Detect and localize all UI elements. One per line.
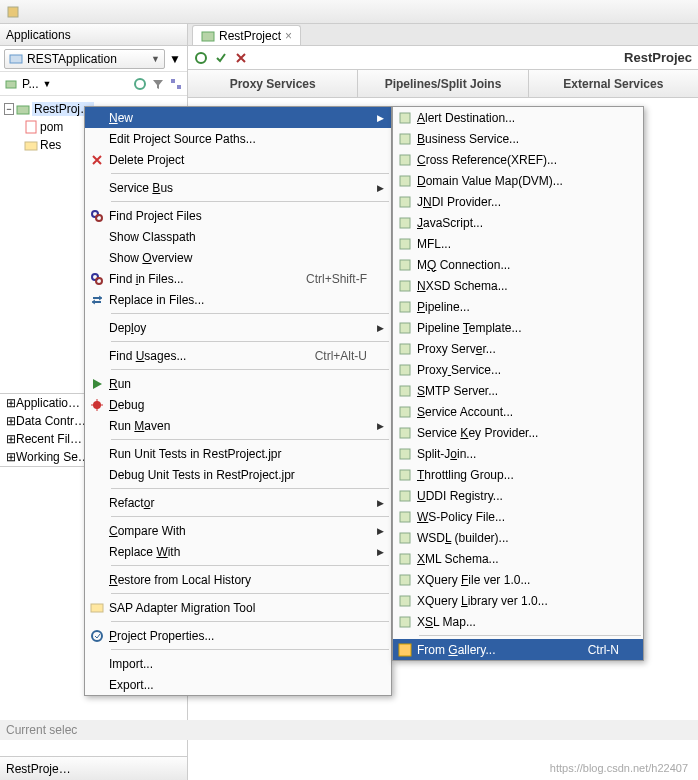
menu-item[interactable]: Proxy Server... bbox=[393, 338, 643, 359]
menu-item[interactable]: Edit Project Source Paths... bbox=[85, 128, 391, 149]
menu-item[interactable]: UDDI Registry... bbox=[393, 485, 643, 506]
svg-point-17 bbox=[92, 631, 102, 641]
svg-rect-5 bbox=[177, 85, 181, 89]
delete-icon[interactable] bbox=[234, 51, 248, 65]
menu-item[interactable]: XQuery Library ver 1.0... bbox=[393, 590, 643, 611]
filter-icon[interactable] bbox=[151, 77, 165, 91]
menu-item[interactable]: Replace in Files... bbox=[85, 289, 391, 310]
menu-item[interactable]: Deploy▶ bbox=[85, 317, 391, 338]
menu-item-label: Project Properties... bbox=[109, 629, 377, 643]
tab-proxy-services[interactable]: Proxy Services bbox=[188, 70, 358, 97]
menu-item[interactable]: XSL Map... bbox=[393, 611, 643, 632]
menu-item[interactable]: Pipeline Template... bbox=[393, 317, 643, 338]
refresh-icon[interactable] bbox=[133, 77, 147, 91]
menu-item-label: Debug bbox=[109, 398, 377, 412]
project-icon[interactable] bbox=[4, 77, 18, 91]
svg-point-14 bbox=[96, 278, 102, 284]
menu-item[interactable]: Split-Join... bbox=[393, 443, 643, 464]
menu-item[interactable]: Delete Project bbox=[85, 149, 391, 170]
menu-item[interactable]: Show Overview bbox=[85, 247, 391, 268]
menu-item[interactable]: From Gallery...Ctrl-N bbox=[393, 639, 643, 660]
menu-item[interactable]: Import... bbox=[85, 653, 391, 674]
menu-item[interactable]: SAP Adapter Migration Tool bbox=[85, 597, 391, 618]
menu-item[interactable]: WS-Policy File... bbox=[393, 506, 643, 527]
menu-item[interactable]: Debug Unit Tests in RestProject.jpr bbox=[85, 464, 391, 485]
svg-rect-23 bbox=[400, 218, 410, 228]
chevron-down-icon[interactable]: ▼ bbox=[42, 79, 51, 89]
editor-tab[interactable]: RestProject × bbox=[192, 25, 301, 45]
menu-item[interactable]: Compare With▶ bbox=[85, 520, 391, 541]
tree-pom-label: pom bbox=[40, 120, 63, 134]
menu-item-label: Cross Reference(XREF)... bbox=[417, 153, 629, 167]
tab-pipelines[interactable]: Pipelines/Split Joins bbox=[358, 70, 528, 97]
menu-item[interactable]: MFL... bbox=[393, 233, 643, 254]
menu-item[interactable]: Run Unit Tests in RestProject.jpr bbox=[85, 443, 391, 464]
menu-item[interactable]: Proxy Service... bbox=[393, 359, 643, 380]
menu-item[interactable]: Project Properties... bbox=[85, 625, 391, 646]
svg-rect-42 bbox=[400, 617, 410, 627]
menu-item[interactable]: Restore from Local History bbox=[85, 569, 391, 590]
item-icon bbox=[393, 216, 417, 230]
menu-item[interactable]: Find in Files...Ctrl+Shift-F bbox=[85, 268, 391, 289]
menu-item-label: Deploy bbox=[109, 321, 377, 335]
group-icon[interactable] bbox=[169, 77, 183, 91]
expand-icon[interactable]: − bbox=[4, 103, 14, 115]
svg-rect-35 bbox=[400, 470, 410, 480]
menu-item[interactable]: Find Project Files bbox=[85, 205, 391, 226]
svg-rect-40 bbox=[400, 575, 410, 585]
menu-item[interactable]: Replace With▶ bbox=[85, 541, 391, 562]
menu-item-label: XQuery Library ver 1.0... bbox=[417, 594, 629, 608]
menu-item[interactable]: XQuery File ver 1.0... bbox=[393, 569, 643, 590]
chevron-down-icon: ▼ bbox=[151, 54, 160, 64]
menu-item[interactable]: Business Service... bbox=[393, 128, 643, 149]
menu-item[interactable]: Throttling Group... bbox=[393, 464, 643, 485]
menu-item[interactable]: WSDL (builder)... bbox=[393, 527, 643, 548]
menu-item[interactable]: Export... bbox=[85, 674, 391, 695]
menu-item[interactable]: Pipeline... bbox=[393, 296, 643, 317]
menu-item[interactable]: NXSD Schema... bbox=[393, 275, 643, 296]
menu-item-label: Service Account... bbox=[417, 405, 629, 419]
menu-item-label: From Gallery... bbox=[417, 643, 588, 657]
menu-item[interactable]: Refactor▶ bbox=[85, 492, 391, 513]
bottom-tab[interactable]: RestProje… bbox=[0, 756, 187, 780]
menu-item[interactable]: Debug bbox=[85, 394, 391, 415]
menu-item[interactable]: SMTP Server... bbox=[393, 380, 643, 401]
svg-rect-0 bbox=[8, 7, 18, 17]
props-icon bbox=[85, 629, 109, 643]
menu-item-label: Service Key Provider... bbox=[417, 426, 629, 440]
tab-external-services[interactable]: External Services bbox=[529, 70, 698, 97]
menu-item[interactable]: JNDI Provider... bbox=[393, 191, 643, 212]
item-icon bbox=[393, 426, 417, 440]
svg-rect-27 bbox=[400, 302, 410, 312]
menu-item[interactable]: Find Usages...Ctrl+Alt-U bbox=[85, 345, 391, 366]
menu-item[interactable]: JavaScript... bbox=[393, 212, 643, 233]
item-icon bbox=[393, 405, 417, 419]
menu-item[interactable]: XML Schema... bbox=[393, 548, 643, 569]
app-combo-ext[interactable]: ▼ bbox=[167, 52, 183, 66]
menu-shortcut: Ctrl+Alt-U bbox=[315, 349, 377, 363]
menu-item[interactable]: Domain Value Map(DVM)... bbox=[393, 170, 643, 191]
watermark: https://blog.csdn.net/h22407 bbox=[550, 762, 688, 774]
menu-item[interactable]: Service Account... bbox=[393, 401, 643, 422]
refresh-icon[interactable] bbox=[194, 51, 208, 65]
project-prefix: P... bbox=[22, 77, 38, 91]
menu-item[interactable]: Service Key Provider... bbox=[393, 422, 643, 443]
menu-item-label: Proxy Server... bbox=[417, 342, 629, 356]
menu-item-label: NXSD Schema... bbox=[417, 279, 629, 293]
menu-item[interactable]: Show Classpath bbox=[85, 226, 391, 247]
application-combo[interactable]: RESTApplication ▼ bbox=[4, 49, 165, 69]
panel-title-text: Applications bbox=[6, 28, 71, 42]
close-icon[interactable]: × bbox=[285, 29, 292, 43]
menu-item[interactable]: Alert Destination... bbox=[393, 107, 643, 128]
check-icon[interactable] bbox=[214, 51, 228, 65]
menu-item[interactable]: MQ Connection... bbox=[393, 254, 643, 275]
project-name: RestProjec bbox=[624, 50, 692, 65]
filter-row: P... ▼ bbox=[0, 72, 187, 96]
menu-item[interactable]: New▶ bbox=[85, 107, 391, 128]
menu-item[interactable]: Run bbox=[85, 373, 391, 394]
menu-item[interactable]: Cross Reference(XREF)... bbox=[393, 149, 643, 170]
menu-item[interactable]: Service Bus▶ bbox=[85, 177, 391, 198]
svg-rect-30 bbox=[400, 365, 410, 375]
menu-item[interactable]: Run Maven▶ bbox=[85, 415, 391, 436]
toolbar-icon[interactable] bbox=[6, 5, 20, 19]
